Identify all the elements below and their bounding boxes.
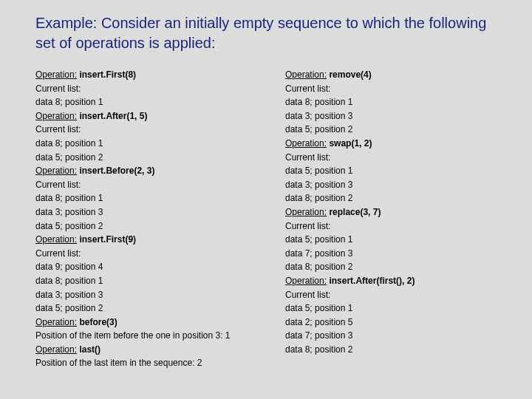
text-line: data 8; position 1 — [285, 95, 505, 109]
text-line: Current list: — [35, 178, 256, 192]
text-line: Current list: — [35, 82, 256, 96]
text-line: data 8; position 1 — [35, 137, 256, 151]
content-columns: Operation: insert.First(8)Current list:d… — [35, 68, 505, 370]
operation-value: insert.First(9) — [77, 234, 136, 245]
operation-line: Operation: insert.First(8) — [35, 68, 256, 82]
operation-label: Operation: — [285, 207, 327, 217]
text-line: Current list: — [285, 288, 505, 302]
operation-line: Operation: insert.After(1, 5) — [35, 109, 256, 123]
operation-label: Operation: — [285, 276, 327, 286]
text-line: data 5; position 1 — [285, 301, 505, 316]
text-line: data 3; position 3 — [285, 109, 505, 123]
text-line: data 7; position 3 — [285, 247, 505, 261]
left-column: Operation: insert.First(8)Current list:d… — [35, 68, 256, 370]
operation-line: Operation: remove(4) — [285, 68, 505, 82]
operation-label: Operation: — [35, 234, 77, 245]
text-line: Current list: — [35, 247, 256, 261]
text-line: Current list: — [35, 123, 256, 137]
operation-line: Operation: swap(1, 2) — [285, 137, 505, 151]
operation-label: Operation: — [35, 69, 77, 80]
operation-label: Operation: — [35, 111, 77, 121]
operation-line: Operation: replace(3, 7) — [285, 205, 505, 219]
operation-value: insert.First(8) — [77, 69, 136, 80]
operation-line: Operation: insert.After(first(), 2) — [285, 274, 505, 288]
operation-value: insert.After(1, 5) — [77, 111, 147, 121]
text-line: Position of the item before the one in p… — [35, 329, 256, 343]
text-line: data 5; position 2 — [285, 123, 505, 137]
text-line: data 5; position 2 — [35, 301, 256, 316]
text-line: data 8; position 2 — [285, 260, 505, 274]
operation-value: insert.Before(2, 3) — [77, 166, 154, 176]
operation-value: before(3) — [77, 317, 117, 327]
slide: Example: Consider an initially empty seq… — [0, 0, 532, 399]
text-line: data 8; position 1 — [35, 191, 256, 205]
text-line: data 9; position 4 — [35, 260, 256, 274]
slide-title: Example: Consider an initially empty seq… — [35, 13, 505, 53]
text-line: data 3; position 3 — [35, 288, 256, 302]
text-line: data 8; position 2 — [285, 343, 505, 357]
text-line: data 5; position 2 — [35, 151, 256, 165]
text-line: data 3; position 3 — [285, 178, 505, 192]
text-line: data 5; position 2 — [35, 219, 256, 233]
operation-value: insert.After(first(), 2) — [327, 276, 415, 286]
operation-line: Operation: insert.Before(2, 3) — [35, 164, 256, 178]
operation-label: Operation: — [35, 166, 77, 176]
operation-value: replace(3, 7) — [327, 207, 381, 217]
text-line: data 5; position 1 — [285, 164, 505, 178]
operation-label: Operation: — [35, 344, 77, 355]
right-column: Operation: remove(4)Current list:data 8;… — [285, 68, 505, 370]
operation-line: Operation: last() — [35, 343, 256, 357]
operation-value: swap(1, 2) — [327, 138, 372, 149]
operation-value: remove(4) — [327, 69, 372, 80]
operation-label: Operation: — [285, 138, 327, 149]
text-line: data 8; position 2 — [285, 191, 505, 205]
text-line: data 3; position 3 — [35, 205, 256, 219]
text-line: data 5; position 1 — [285, 233, 505, 247]
text-line: data 8; position 1 — [35, 274, 256, 288]
operation-value: last() — [77, 344, 100, 355]
text-line: data 2; position 5 — [285, 316, 505, 330]
text-line: data 7; position 3 — [285, 329, 505, 343]
operation-line: Operation: before(3) — [35, 316, 256, 330]
operation-label: Operation: — [35, 317, 77, 327]
operation-line: Operation: insert.First(9) — [35, 233, 256, 247]
text-line: Current list: — [285, 151, 505, 165]
operation-label: Operation: — [285, 69, 327, 80]
text-line: Position of the last item in the sequenc… — [35, 356, 256, 370]
text-line: Current list: — [285, 82, 505, 96]
text-line: Current list: — [285, 219, 505, 233]
text-line: data 8; position 1 — [35, 95, 256, 109]
